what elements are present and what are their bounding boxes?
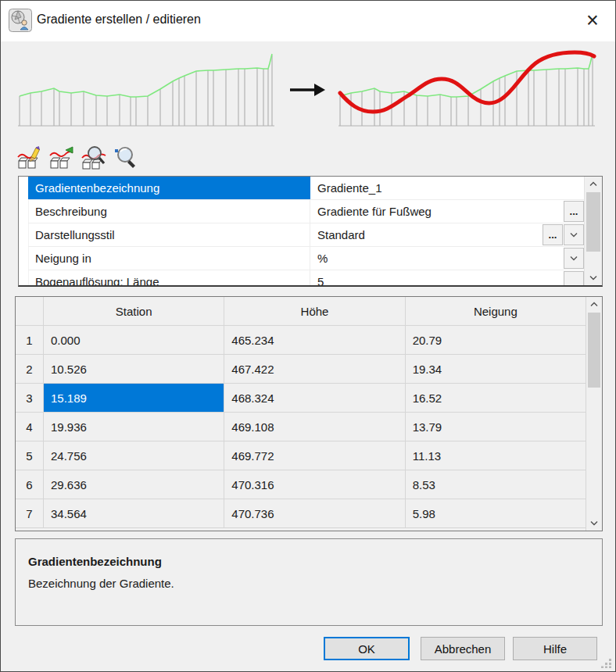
property-label-style[interactable]: Darstellungsstil [28, 223, 310, 246]
property-label-slope-unit[interactable]: Neigung in [28, 247, 310, 270]
hoehe-cell[interactable]: 469.108 [224, 413, 405, 441]
neigung-cell[interactable]: 19.34 [406, 355, 586, 384]
add-gradient-button[interactable] [48, 145, 75, 171]
cancel-button[interactable]: Abbrechen [421, 637, 505, 660]
col-header-station: Station [44, 297, 224, 326]
property-row-slope-unit: Neigung in % [28, 247, 585, 270]
row-number-cell[interactable]: 3 [16, 384, 44, 413]
neigung-cell[interactable]: 20.79 [406, 326, 586, 355]
arc-resolution-button[interactable] [564, 271, 584, 287]
table-scrollbar[interactable] [586, 297, 602, 531]
window-title: Gradiente erstellen / editieren [37, 13, 201, 27]
station-cell[interactable]: 10.526 [44, 355, 224, 384]
col-header-hoehe: Höhe [224, 297, 405, 326]
ok-button[interactable]: OK [324, 637, 410, 660]
stations-table: Station Höhe Neigung 1 0.000 465.234 20.… [15, 296, 603, 531]
style-dropdown-button[interactable] [564, 224, 584, 245]
description-ellipsis-button[interactable]: ... [564, 201, 584, 222]
property-grid-scrollbar[interactable] [584, 177, 602, 285]
row-number-cell[interactable]: 2 [16, 355, 44, 384]
description-text: Bezeichnung der Gradiente. [28, 577, 589, 590]
hoehe-cell[interactable]: 470.316 [224, 470, 405, 499]
slope-unit-dropdown-button[interactable] [564, 248, 584, 269]
property-value-style[interactable]: Standard [311, 223, 541, 246]
scroll-up-icon[interactable] [586, 297, 602, 312]
row-number-cell[interactable]: 5 [16, 441, 44, 470]
hoehe-cell[interactable]: 465.234 [224, 326, 405, 355]
station-cell-selected[interactable]: 15.189 [44, 384, 224, 413]
station-cell[interactable]: 29.636 [44, 470, 224, 499]
chevron-down-icon [570, 256, 578, 261]
row-number-cell[interactable]: 7 [16, 499, 44, 528]
scroll-down-icon[interactable] [586, 516, 602, 531]
profile-before-image [15, 48, 281, 137]
station-cell[interactable]: 19.936 [44, 413, 224, 441]
neigung-cell[interactable]: 16.52 [406, 384, 586, 413]
resize-grip[interactable] [601, 657, 612, 668]
property-row-arc-resolution: Bogenauflösung: Länge 5 [28, 270, 585, 287]
property-row-name: Gradientenbezeichnung Gradiente_1 [28, 177, 585, 200]
profile-after-image [335, 48, 601, 137]
toolbar [16, 145, 139, 171]
transform-arrow-icon [288, 80, 326, 99]
edit-gradient-button[interactable] [16, 145, 43, 171]
col-header-neigung: Neigung [406, 297, 586, 326]
zoom-button[interactable] [113, 145, 139, 171]
row-number-cell[interactable]: 1 [16, 326, 44, 355]
style-ellipsis-button[interactable]: ... [543, 224, 563, 245]
station-cell[interactable]: 0.000 [44, 326, 224, 355]
app-icon [9, 9, 32, 32]
neigung-cell[interactable]: 11.13 [406, 441, 586, 470]
property-label-description[interactable]: Beschreibung [28, 200, 310, 223]
scroll-down-icon[interactable] [585, 270, 602, 285]
hoehe-cell[interactable]: 468.324 [224, 384, 405, 413]
property-label-name[interactable]: Gradientenbezeichnung [28, 177, 310, 199]
stations-grid: Station Höhe Neigung 1 0.000 465.234 20.… [16, 297, 586, 531]
property-value-slope-unit[interactable]: % [311, 247, 541, 270]
property-row-style: Darstellungsstil Standard ... [28, 223, 585, 247]
gradient-dialog: Gradiente erstellen / editieren × [0, 0, 616, 672]
title-bar: Gradiente erstellen / editieren × [1, 1, 615, 41]
hoehe-cell[interactable]: 467.422 [224, 355, 405, 384]
close-button[interactable]: × [575, 4, 611, 37]
scrollbar-thumb[interactable] [586, 192, 600, 252]
station-cell[interactable]: 24.756 [44, 441, 224, 470]
help-button[interactable]: Hilfe [513, 637, 597, 660]
scrollbar-thumb[interactable] [588, 313, 600, 388]
scroll-up-icon[interactable] [585, 177, 602, 191]
property-value-description[interactable]: Gradiente für Fußweg [311, 200, 541, 223]
property-row-description: Beschreibung Gradiente für Fußweg ... [28, 200, 585, 223]
neigung-cell[interactable]: 8.53 [406, 470, 586, 499]
property-label-arc-resolution[interactable]: Bogenauflösung: Länge [28, 270, 310, 287]
row-number-cell[interactable]: 6 [16, 470, 44, 499]
neigung-cell[interactable]: 13.79 [406, 413, 586, 441]
neigung-cell[interactable]: 5.98 [406, 499, 586, 528]
property-value-arc-resolution[interactable]: 5 [311, 270, 541, 287]
corner-header-cell [16, 297, 44, 326]
description-title: Gradientenbezeichnung [28, 555, 589, 568]
description-panel: Gradientenbezeichnung Bezeichnung der Gr… [15, 538, 603, 626]
preview-band [1, 43, 615, 140]
property-grid: Gradientenbezeichnung Gradiente_1 Beschr… [18, 176, 603, 287]
zoom-to-gradient-button[interactable] [81, 145, 107, 171]
station-cell[interactable]: 34.564 [44, 499, 224, 528]
row-number-cell[interactable]: 4 [16, 413, 44, 441]
hoehe-cell[interactable]: 470.736 [224, 499, 405, 528]
hoehe-cell[interactable]: 469.772 [224, 441, 405, 470]
property-value-name[interactable]: Gradiente_1 [311, 177, 541, 199]
chevron-down-icon [570, 232, 578, 238]
